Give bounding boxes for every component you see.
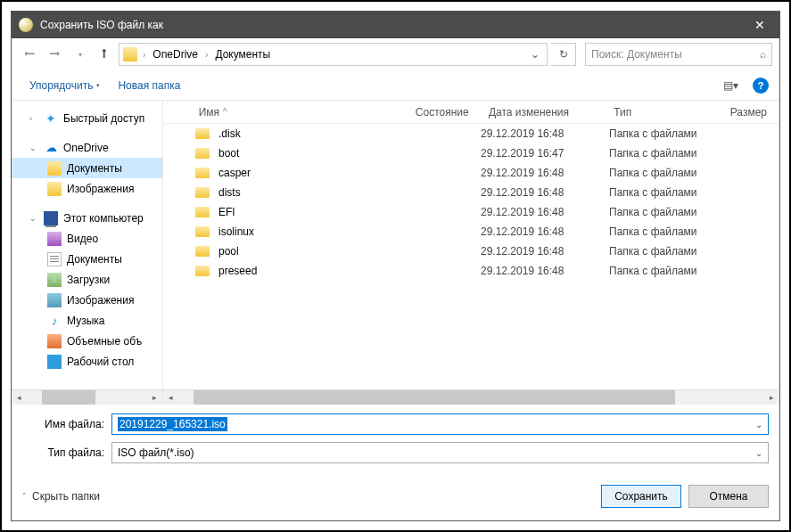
back-button[interactable]: 🠔 xyxy=(19,44,40,65)
column-date[interactable]: Дата изменения xyxy=(480,101,605,123)
collapse-icon[interactable]: ⌄ xyxy=(29,214,38,223)
file-name: preseed xyxy=(217,265,406,277)
file-date: 29.12.2019 16:48 xyxy=(481,206,609,218)
file-type: Папка с файлами xyxy=(609,167,729,179)
cloud-icon: ☁ xyxy=(44,141,58,155)
path-segment[interactable]: Документы xyxy=(213,48,272,61)
sidebar-scrollbar[interactable]: ◂ ▸ xyxy=(12,389,162,405)
inputs-area: Имя файла: 20191229_165321.iso ⌄ Тип фай… xyxy=(12,405,779,476)
file-date: 29.12.2019 16:48 xyxy=(481,186,609,199)
file-date: 29.12.2019 16:48 xyxy=(481,167,609,179)
table-row[interactable]: preseed29.12.2019 16:48Папка с файлами xyxy=(163,261,779,281)
column-name[interactable]: Имя^ xyxy=(190,101,407,123)
filelist-scrollbar[interactable]: ◂ ▸ xyxy=(163,389,779,405)
table-row[interactable]: dists29.12.2019 16:48Папка с файлами xyxy=(163,183,779,202)
chevron-icon: › xyxy=(139,50,149,60)
sidebar-item-downloads[interactable]: Загрузки xyxy=(12,269,162,290)
up-button[interactable]: 🠕 xyxy=(94,44,115,65)
file-type: Папка с файлами xyxy=(609,245,729,258)
column-state[interactable]: Состояние xyxy=(407,101,480,123)
app-icon xyxy=(19,18,33,32)
sidebar-item-this-pc[interactable]: ⌄ Этот компьютер xyxy=(12,208,162,228)
organize-button[interactable]: Упорядочить▾ xyxy=(22,76,107,95)
download-icon xyxy=(47,273,62,287)
collapse-icon[interactable]: ⌄ xyxy=(29,143,38,152)
table-row[interactable]: pool29.12.2019 16:48Папка с файлами xyxy=(163,241,779,261)
scroll-left-icon[interactable]: ◂ xyxy=(163,390,178,405)
titlebar: Сохранить ISO файл как ✕ xyxy=(12,12,779,38)
file-list: .disk29.12.2019 16:48Папка с файламиboot… xyxy=(163,124,779,389)
file-date: 29.12.2019 16:48 xyxy=(481,127,609,140)
save-button[interactable]: Сохранить xyxy=(601,485,681,508)
scroll-left-icon[interactable]: ◂ xyxy=(12,390,27,405)
table-row[interactable]: isolinux29.12.2019 16:48Папка с файлами xyxy=(163,222,779,241)
column-size[interactable]: Размер xyxy=(721,101,776,123)
expand-icon[interactable]: › xyxy=(29,114,38,123)
file-name: EFI xyxy=(217,206,406,218)
sidebar-item-documents-pc[interactable]: Документы xyxy=(12,249,162,269)
table-row[interactable]: boot29.12.2019 16:47Папка с файлами xyxy=(163,143,779,163)
scroll-thumb[interactable] xyxy=(194,390,675,405)
scroll-right-icon[interactable]: ▸ xyxy=(147,390,162,405)
file-name: isolinux xyxy=(217,225,406,238)
table-row[interactable]: casper29.12.2019 16:48Папка с файлами xyxy=(163,163,779,183)
file-name: boot xyxy=(217,147,406,160)
search-icon: ⌕ xyxy=(760,48,766,61)
cancel-button[interactable]: Отмена xyxy=(688,485,769,508)
new-folder-button[interactable]: Новая папка xyxy=(111,76,187,95)
address-bar[interactable]: › OneDrive › Документы ⌄ xyxy=(119,43,548,66)
view-options-button[interactable]: ▤▾ xyxy=(720,78,742,94)
help-button[interactable]: ? xyxy=(753,78,769,94)
path-dropdown[interactable]: ⌄ xyxy=(527,48,543,61)
sidebar-item-video[interactable]: Видео xyxy=(12,228,162,249)
image-icon xyxy=(47,293,62,307)
sort-asc-icon: ^ xyxy=(223,107,227,117)
sidebar-item-quick-access[interactable]: › ✦ Быстрый доступ xyxy=(12,108,162,128)
table-row[interactable]: EFI29.12.2019 16:48Папка с файлами xyxy=(163,202,779,222)
filename-label: Имя файла: xyxy=(22,418,111,430)
refresh-button[interactable]: ↻ xyxy=(551,43,576,66)
file-type: Папка с файлами xyxy=(609,265,729,277)
file-date: 29.12.2019 16:48 xyxy=(481,265,609,277)
video-icon xyxy=(47,232,62,246)
column-headers: Имя^ Состояние Дата изменения Тип Размер xyxy=(163,101,779,124)
file-type: Папка с файлами xyxy=(609,206,729,218)
table-row[interactable]: .disk29.12.2019 16:48Папка с файлами xyxy=(163,124,779,143)
search-placeholder: Поиск: Документы xyxy=(591,48,682,61)
chevron-down-icon[interactable]: ⌄ xyxy=(755,420,762,430)
recent-dropdown[interactable]: ▾ xyxy=(69,44,90,65)
close-button[interactable]: ✕ xyxy=(739,12,779,38)
document-icon xyxy=(47,252,62,266)
filetype-value: ISO файл(*.iso) xyxy=(118,446,194,459)
forward-button[interactable]: 🠖 xyxy=(44,44,65,65)
path-segment[interactable]: OneDrive xyxy=(151,48,200,61)
folder-icon xyxy=(195,168,210,178)
folder-icon xyxy=(195,266,210,276)
cube-icon xyxy=(47,334,62,348)
column-type[interactable]: Тип xyxy=(605,101,721,123)
footer: ˄ Скрыть папки Сохранить Отмена xyxy=(12,476,779,520)
chevron-down-icon[interactable]: ⌄ xyxy=(755,448,762,458)
filetype-select[interactable]: ISO файл(*.iso) ⌄ xyxy=(111,442,769,463)
hide-folders-button[interactable]: ˄ Скрыть папки xyxy=(22,490,100,503)
sidebar: › ✦ Быстрый доступ ⌄ ☁ OneDrive Документ… xyxy=(12,101,163,405)
scroll-right-icon[interactable]: ▸ xyxy=(764,390,779,405)
scroll-thumb[interactable] xyxy=(42,390,95,405)
search-box[interactable]: Поиск: Документы ⌕ xyxy=(585,43,772,66)
window-title: Сохранить ISO файл как xyxy=(40,19,739,31)
filename-input[interactable]: 20191229_165321.iso ⌄ xyxy=(111,413,769,435)
file-date: 29.12.2019 16:47 xyxy=(481,147,609,160)
sidebar-item-desktop[interactable]: Рабочий стол xyxy=(12,351,162,372)
folder-icon xyxy=(195,187,210,198)
sidebar-item-onedrive[interactable]: ⌄ ☁ OneDrive xyxy=(12,137,162,158)
file-name: pool xyxy=(217,245,406,258)
sidebar-item-images[interactable]: Изображения xyxy=(12,178,162,199)
sidebar-item-3d-objects[interactable]: Объемные объ xyxy=(12,331,162,351)
star-icon: ✦ xyxy=(44,111,58,126)
folder-icon xyxy=(47,182,62,196)
music-icon: ♪ xyxy=(47,314,62,328)
sidebar-item-music[interactable]: ♪ Музыка xyxy=(12,310,162,331)
sidebar-item-documents[interactable]: Документы xyxy=(12,158,162,178)
file-pane: Имя^ Состояние Дата изменения Тип Размер… xyxy=(163,101,779,405)
sidebar-item-images-pc[interactable]: Изображения xyxy=(12,290,162,310)
